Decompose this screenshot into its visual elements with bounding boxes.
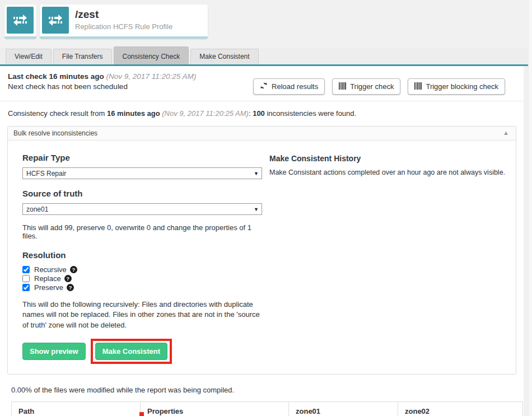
bulk-resolve-panel: Bulk resolve inconsistencies ▲ Repair Ty… [7,126,516,375]
impact-summary-text: This will add 99, preserve 0, overwrite … [22,223,264,240]
replication-arrows-icon [7,7,34,34]
tab-make-consistent[interactable]: Make Consistent [190,49,258,64]
repair-type-select[interactable]: HCFS Repair▼ [22,167,262,179]
preserve-checkbox[interactable] [22,284,30,291]
check-actions: Reload results Trigger check Trigger blo… [253,78,505,95]
result-date: (Nov 9, 2017 11:20:25 AM) [160,109,249,118]
column-header-path: Path [12,402,141,416]
vertical-scrollbar[interactable] [528,0,532,416]
refresh-icon [260,82,268,91]
table-header-row: Path Properties zone01 zone02 [12,402,523,416]
source-of-truth-label: Source of truth [22,189,264,198]
recursive-checkbox-label: Recursive [34,265,67,274]
rule-path-title: /zest [75,8,172,21]
result-ago: 16 minutes ago [107,109,160,118]
last-check-date: (Nov 9, 2017 11:20:25 AM) [106,72,197,81]
trigger-check-label: Trigger check [350,82,394,91]
make-consistent-button[interactable]: Make Consistent [95,343,167,360]
column-header-zone01: zone01 [289,402,398,416]
last-check-text: Last check 16 minutes ago [8,72,104,81]
source-of-truth-value: zone01 [26,205,48,213]
result-suffix: inconsistencies were found. [265,109,356,118]
replication-arrows-icon [42,7,69,34]
recursive-checkbox[interactable] [22,266,30,273]
trigger-check-button[interactable]: Trigger check [332,78,400,95]
repair-actions: Show preview Make Consistent [22,339,264,364]
show-preview-button[interactable]: Show preview [22,343,86,360]
barcode-icon [339,82,346,91]
header-bar: /zest Replication HCFS Rule Profile [0,0,532,48]
make-consistent-history: Make Consistent History Make Consistant … [269,154,516,176]
bulk-resolve-title: Bulk resolve inconsistencies [13,129,97,137]
page: /zest Replication HCFS Rule Profile View… [0,0,532,416]
replication-rule-icon-card[interactable] [4,4,36,39]
inconsistency-table: Path Properties zone01 zone02 /zest Leng… [11,401,523,416]
tab-consistency-check[interactable]: Consistency Check [114,46,189,64]
resolution-checkbox-replace: Replace ? [22,274,264,283]
tab-file-transfers[interactable]: File Transfers [53,49,112,64]
recursive-note-text: This will do the following recursively: … [22,300,267,330]
column-header-zone02: zone02 [398,402,523,416]
replace-checkbox[interactable] [22,275,30,282]
caret-down-icon: ▼ [254,171,259,176]
repair-type-value: HCFS Repair [26,170,66,177]
help-icon[interactable]: ? [67,284,74,291]
caret-down-icon: ▼ [254,207,259,212]
tab-view-edit[interactable]: View/Edit [6,49,52,64]
rule-profile-subtitle: Replication HCFS Rule Profile [75,22,172,31]
resolution-label: Resolution [22,250,264,260]
tab-bar: View/Edit File Transfers Consistency Che… [0,48,532,66]
replace-checkbox-label: Replace [34,274,61,283]
column-header-properties: Properties [141,402,289,416]
repair-form: Repair Type HCFS Repair▼ Source of truth… [22,153,264,364]
consistency-result-line: Consistency check result from 16 minutes… [0,101,524,126]
reload-results-button[interactable]: Reload results [253,78,325,95]
result-prefix: Consistency check result from [8,109,107,118]
barcode-icon [414,82,422,91]
annotation-marker [139,412,144,416]
help-icon[interactable]: ? [64,275,72,282]
history-title: Make Consistent History [269,154,516,163]
main-content: Last check 16 minutes ago (Nov 9, 2017 1… [0,66,524,416]
trigger-blocking-check-label: Trigger blocking check [426,82,498,91]
repair-type-label: Repair Type [22,153,264,162]
help-icon[interactable]: ? [70,266,77,273]
source-of-truth-select[interactable]: zone01▼ [22,203,262,215]
replication-rule-profile-card[interactable]: /zest Replication HCFS Rule Profile [40,4,208,39]
collapse-arrow-icon[interactable]: ▲ [503,129,509,136]
trigger-blocking-check-button[interactable]: Trigger blocking check [408,78,505,95]
bulk-resolve-panel-header[interactable]: Bulk resolve inconsistencies ▲ [8,127,516,141]
check-status-section: Last check 16 minutes ago (Nov 9, 2017 1… [0,66,524,101]
reload-results-label: Reload results [272,82,318,91]
preserve-checkbox-label: Preserve [34,283,63,292]
modified-report-line: 0.00% of the files were modified while t… [0,375,524,401]
bulk-resolve-panel-body: Repair Type HCFS Repair▼ Source of truth… [8,141,516,374]
resolution-checkbox-recursive: Recursive ? [22,265,264,274]
history-note: Make Consistant actions completed over a… [269,169,516,176]
inconsistency-count: 100 [253,109,265,118]
resolution-checkbox-preserve: Preserve ? [22,283,264,292]
rule-profile-text: /zest Replication HCFS Rule Profile [75,7,172,34]
annotation-highlight-box: Make Consistent [91,339,172,364]
